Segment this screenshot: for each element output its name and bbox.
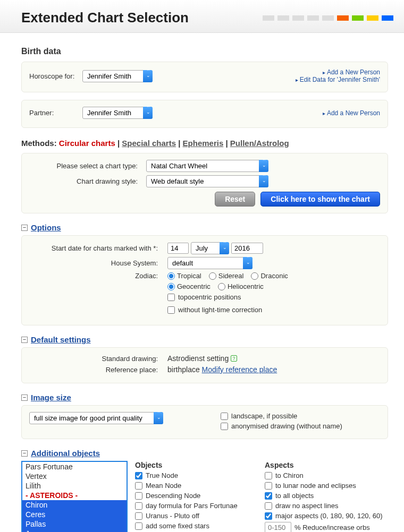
radio-geocentric[interactable] — [167, 283, 175, 290]
check-landscape[interactable] — [221, 413, 228, 420]
imagesize-toggle[interactable]: − — [21, 394, 28, 401]
aspects-column: Aspects to Chironto lunar node and eclip… — [265, 461, 388, 532]
check-aspect[interactable] — [265, 472, 272, 479]
show-chart-button[interactable]: Click here to show the chart — [260, 192, 380, 207]
zodiac-radio-1: Tropical Sidereal Draconic — [167, 272, 288, 280]
imagesize-title[interactable]: Image size — [31, 393, 71, 402]
defaults-panel: Standard drawing: Astrodienst setting ? … — [21, 347, 388, 383]
day-input[interactable] — [167, 243, 189, 254]
check-anon[interactable] — [221, 423, 228, 430]
color-bars — [263, 15, 393, 21]
zodiac-radio-2: Geocentric Heliocentric — [167, 282, 264, 290]
horoscope-select[interactable]: Jennifer Smith — [82, 70, 153, 82]
list-item[interactable]: Lilith — [22, 481, 127, 491]
partner-select[interactable]: Jennifer Smith — [82, 107, 153, 119]
check-object[interactable] — [135, 492, 142, 500]
horoscope-panel: Horoscope for: Jennifer Smith Add a New … — [21, 62, 388, 92]
orb-input[interactable] — [265, 522, 291, 532]
partner-label: Partner: — [29, 109, 82, 117]
check-aspect[interactable] — [265, 492, 272, 500]
imagesize-panel: full size image for good print quality l… — [21, 405, 388, 439]
check-aspect[interactable] — [265, 502, 272, 510]
radio-draconic[interactable] — [251, 272, 258, 280]
year-input[interactable] — [231, 243, 263, 254]
additional-listbox[interactable]: Pars FortunaeVertexLilith- ASTEROIDS -Ch… — [21, 461, 128, 532]
radio-heliocentric[interactable] — [218, 283, 225, 290]
chart-type-label: Please select a chart type: — [29, 162, 146, 170]
tab-pullen[interactable]: Pullen/Astrolog — [230, 139, 289, 148]
additional-title[interactable]: Additional objects — [31, 449, 100, 458]
help-icon[interactable]: ? — [231, 355, 237, 362]
check-aspect[interactable] — [265, 512, 272, 520]
add-partner-link[interactable]: Add a New Person — [323, 109, 380, 117]
edit-data-link[interactable]: Edit Data for 'Jennifer Smith' — [296, 76, 380, 83]
list-item[interactable]: Vertex — [22, 471, 127, 481]
chart-panel: Please select a chart type: Natal Chart … — [21, 153, 388, 213]
imagesize-select[interactable]: full size image for good print quality — [29, 412, 163, 424]
month-select[interactable]: July — [191, 242, 229, 254]
tab-special[interactable]: Special charts — [122, 139, 176, 148]
list-item[interactable]: Pars Fortunae — [22, 462, 127, 471]
horoscope-label: Horoscope for: — [29, 72, 82, 80]
list-item[interactable]: Chiron — [22, 500, 127, 510]
chart-style-select[interactable]: Web default style — [146, 175, 268, 187]
list-item[interactable]: Pallas — [22, 519, 127, 529]
chart-type-select[interactable]: Natal Chart Wheel — [146, 160, 268, 172]
list-item[interactable]: Ceres — [22, 510, 127, 519]
methods-tabs: Methods: Circular charts | Special chart… — [21, 139, 388, 148]
house-select[interactable]: default — [167, 257, 252, 269]
reset-button[interactable]: Reset — [215, 192, 255, 207]
page-title: Extended Chart Selection — [21, 10, 189, 26]
check-lighttime[interactable] — [167, 306, 175, 314]
radio-sidereal[interactable] — [209, 272, 216, 280]
check-topocentric[interactable] — [167, 294, 175, 301]
defaults-title[interactable]: Default settings — [31, 335, 91, 344]
radio-tropical[interactable] — [167, 272, 175, 280]
check-object[interactable] — [135, 522, 142, 530]
options-title[interactable]: Options — [31, 223, 61, 232]
page-header: Extended Chart Selection — [0, 0, 404, 33]
check-object[interactable] — [135, 512, 142, 520]
modify-reference-link[interactable]: Modify reference place — [202, 365, 277, 374]
list-item[interactable]: Juno — [22, 529, 127, 532]
options-toggle[interactable]: − — [21, 225, 28, 231]
list-item[interactable]: - ASTEROIDS - — [22, 491, 127, 500]
chart-style-label: Chart drawing style: — [29, 177, 146, 185]
tab-circular[interactable]: Circular charts — [59, 139, 115, 148]
defaults-toggle[interactable]: − — [21, 337, 28, 343]
options-panel: Start date for charts marked with *: Jul… — [21, 235, 388, 325]
check-object[interactable] — [135, 472, 142, 479]
objects-column: Objects True NodeMean NodeDescending Nod… — [135, 461, 257, 532]
birth-heading: Birth data — [21, 47, 388, 56]
additional-toggle[interactable]: − — [21, 450, 28, 457]
check-aspect[interactable] — [265, 482, 272, 490]
tab-ephemeris[interactable]: Ephemeris — [183, 139, 224, 148]
partner-panel: Partner: Jennifer Smith Add a New Person — [21, 100, 388, 128]
check-object[interactable] — [135, 502, 142, 510]
check-object[interactable] — [135, 482, 142, 490]
add-person-link[interactable]: Add a New Person — [296, 68, 380, 76]
